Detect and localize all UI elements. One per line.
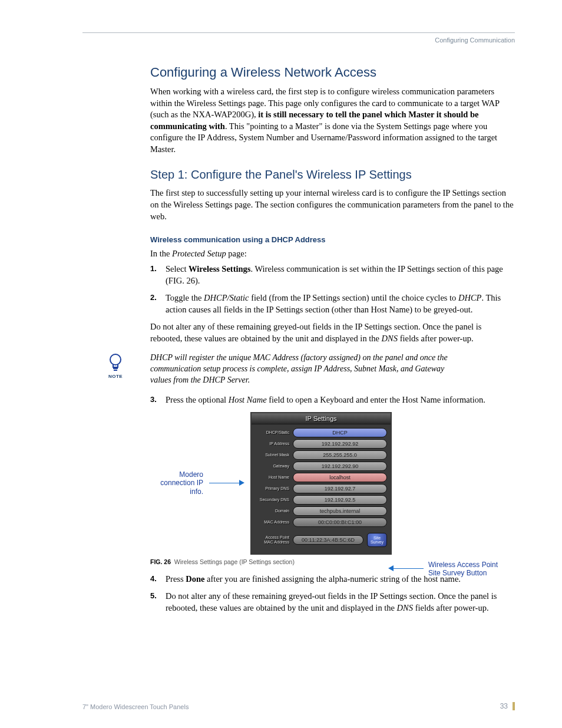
label-accesspoint: Access Point MAC Address xyxy=(255,535,289,544)
value-subnet: 255.255.255.0 xyxy=(293,450,387,460)
value-dhcp[interactable]: DHCP xyxy=(293,428,387,437)
step-4: Press Done after you are finished assign… xyxy=(150,574,515,585)
note-block: NOTE DHCP will register the unique MAC A… xyxy=(82,353,515,386)
step1-paragraph: The first step to successfully setting u… xyxy=(150,187,515,222)
dhcp-heading: Wireless communication using a DHCP Addr… xyxy=(150,235,515,244)
steps-list-cont2: Press Done after you are finished assign… xyxy=(150,574,515,614)
value-ipaddress: 192.192.292.92 xyxy=(293,439,387,449)
row-macaddress: MAC Address 00:C0:00:BI:C1:00 xyxy=(255,518,387,527)
value-gateway: 192.192.292.90 xyxy=(293,462,387,471)
row-ipaddress: IP Address 192.192.292.92 xyxy=(255,439,387,449)
value-secondarydns: 192.192.92.5 xyxy=(293,495,387,505)
ip-settings-panel: IP Settings DHCP/Static DHCP IP Address … xyxy=(250,412,392,555)
label-ipaddress: IP Address xyxy=(255,442,289,446)
value-accesspoint: 00:11:22:3A:4B:5C:6D xyxy=(293,535,363,545)
row-secondarydns: Secondary DNS 192.192.92.5 xyxy=(255,495,387,505)
wireless-settings-bold: Wireless Settings xyxy=(189,264,250,274)
arrow-left-icon xyxy=(209,480,244,486)
note-label: NOTE xyxy=(105,374,126,379)
value-primarydns: 192.192.92.7 xyxy=(293,484,387,493)
steps-list-cont: Press the optional Host Name field to op… xyxy=(150,394,515,406)
step-5: Do not alter any of these remaining grey… xyxy=(150,591,515,614)
row-accesspoint: Access Point MAC Address 00:11:22:3A:4B:… xyxy=(255,533,387,547)
figure-26: Modero connection IP info. IP Settings D… xyxy=(150,412,515,555)
section-title: Configuring a Wireless Network Access xyxy=(150,65,515,80)
fig-caption-text: Wireless Settings page (IP Settings sect… xyxy=(174,558,295,565)
step-3: Press the optional Host Name field to op… xyxy=(150,394,515,406)
svg-point-0 xyxy=(110,354,121,365)
label-macaddress: MAC Address xyxy=(255,520,289,524)
intro-paragraph: When working with a wireless card, the f… xyxy=(150,86,515,155)
value-hostname[interactable]: localhost xyxy=(293,473,387,482)
step-2: Toggle the DHCP/Static field (from the I… xyxy=(150,292,515,315)
value-domain: techpubs.internal xyxy=(293,506,387,516)
note-text: DHCP will register the unique MAC Addres… xyxy=(150,353,457,386)
protected-setup-intro: In the Protected Setup page: xyxy=(150,249,515,259)
row-dhcp: DHCP/Static DHCP xyxy=(255,428,387,437)
page-footer: 7" Modero Widescreen Touch Panels 33 xyxy=(82,702,515,710)
row-subnet: Subnet Mask 255.255.255.0 xyxy=(255,450,387,460)
running-head: Configuring Communication xyxy=(82,37,515,44)
label-subnet: Subnet Mask xyxy=(255,453,289,457)
step1-heading: Step 1: Configure the Panel's Wireless I… xyxy=(150,168,515,182)
fig-label: FIG. 26 xyxy=(150,558,171,565)
page-number: 33 xyxy=(500,702,515,710)
label-gateway: Gateway xyxy=(255,464,289,468)
label-dhcp: DHCP/Static xyxy=(255,430,289,434)
label-domain: Domain xyxy=(255,509,289,513)
label-hostname: Host Name xyxy=(255,475,289,479)
note-icon: NOTE xyxy=(105,353,126,379)
value-macaddress: 00:C0:00:BI:C1:00 xyxy=(293,518,387,527)
footer-text: 7" Modero Widescreen Touch Panels xyxy=(82,703,189,710)
steps-list: Select Wireless Settings. Wireless commu… xyxy=(150,263,515,315)
label-secondarydns: Secondary DNS xyxy=(255,498,289,502)
panel-title: IP Settings xyxy=(252,413,391,424)
panel-body: DHCP/Static DHCP IP Address 192.192.292.… xyxy=(252,424,391,554)
row-gateway: Gateway 192.192.292.90 xyxy=(255,462,387,471)
label-primarydns: Primary DNS xyxy=(255,486,289,490)
step-1: Select Wireless Settings. Wireless commu… xyxy=(150,263,515,286)
row-primarydns: Primary DNS 192.192.92.7 xyxy=(255,484,387,493)
row-hostname: Host Name localhost xyxy=(255,473,387,482)
site-survey-button[interactable]: Site Survey xyxy=(367,533,387,547)
callout-left: Modero connection IP info. xyxy=(150,470,203,496)
row-domain: Domain techpubs.internal xyxy=(255,506,387,516)
arrow-right-icon xyxy=(388,566,424,572)
lightbulb-icon xyxy=(107,353,124,373)
top-rule xyxy=(82,32,515,33)
protected-setup-italic: Protected Setup xyxy=(172,249,226,258)
after-list-note: Do not alter any of these remaining grey… xyxy=(150,321,515,344)
